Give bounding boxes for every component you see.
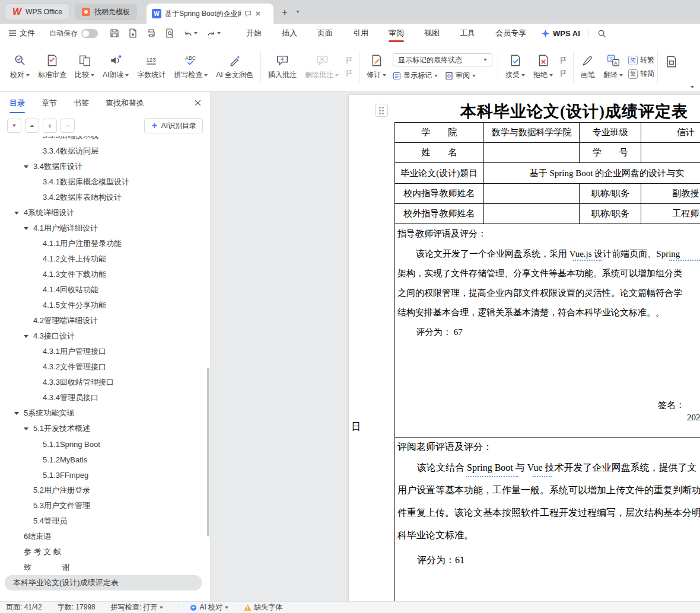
sidebar-tab[interactable]: 章节	[42, 98, 57, 110]
document-page[interactable]: 本科毕业论文(设计)成绩评定表 学 院 数学与数据科学学院 专业班级 信计 姓 …	[349, 95, 700, 601]
expand-all-button[interactable]	[7, 119, 21, 133]
toc-expand-triangle[interactable]	[24, 227, 33, 230]
toc-item[interactable]: 5.1.1Spring Boot	[0, 436, 205, 452]
table-cell-label[interactable]: 校内指导教师姓名	[395, 184, 484, 204]
advisor-comment-cell[interactable]: 指导教师评语及评分： 该论文开发了一个企业网盘系统，采用 Vue.js 设计前端…	[395, 224, 700, 438]
toc-item[interactable]: 6结束语	[0, 529, 205, 544]
toc-item[interactable]: 参 考 文 献	[0, 544, 205, 560]
autosave-toggle[interactable]	[81, 29, 98, 38]
toc-item[interactable]: 5.2用户注册登录	[0, 483, 205, 498]
previous-revision-icon[interactable]	[559, 56, 568, 65]
toc-item[interactable]: 4.2管理端详细设计	[0, 313, 205, 328]
toc-expand-triangle[interactable]	[14, 212, 24, 215]
to-simplified-button[interactable]: 繁 转简	[628, 69, 654, 79]
insert-comment-button[interactable]: 插入批注	[264, 53, 301, 81]
toc-item[interactable]: 4.3接口设计	[0, 328, 205, 344]
ribbon-collapse-caret[interactable]	[691, 86, 694, 88]
delete-comment-button[interactable]: 删除批注	[301, 53, 343, 81]
file-menu[interactable]: 文件	[8, 28, 35, 39]
table-cell-label[interactable]: 职称/职务	[580, 184, 641, 204]
toc-item[interactable]: 4系统详细设计	[0, 205, 205, 221]
toc-item[interactable]: 4.1.5文件分享功能	[0, 298, 205, 313]
next-revision-icon[interactable]	[559, 69, 568, 78]
print-button[interactable]	[147, 28, 156, 38]
table-cell-label[interactable]: 毕业论文(设计)题目	[395, 163, 484, 184]
toc-expand-triangle[interactable]	[24, 335, 33, 338]
table-cell-value[interactable]	[484, 204, 580, 224]
new-tab-button[interactable]: +	[282, 7, 288, 17]
reject-button[interactable]: 拒绝	[529, 53, 557, 81]
toc-item[interactable]: 3.4.2数据库表结构设计	[0, 190, 205, 205]
table-cell-value[interactable]: 数学与数据科学学院	[484, 123, 580, 143]
sidebar-tab[interactable]: 书签	[74, 98, 89, 110]
menu-item[interactable]: 审阅	[378, 24, 414, 43]
wps-ai-menu[interactable]: WPS AI	[541, 29, 580, 38]
toc-item[interactable]: 4.1.2文件上传功能	[0, 251, 205, 267]
undo-button[interactable]	[183, 28, 198, 38]
table-cell-label[interactable]: 专业班级	[580, 123, 641, 143]
clipped-ribbon-button[interactable]	[661, 54, 682, 81]
toc-item[interactable]: 4.3.4管理员接口	[0, 390, 205, 406]
ai-proofread-status[interactable]: AI 校对	[190, 602, 228, 612]
table-cell-value[interactable]	[641, 143, 700, 163]
page-indicator[interactable]: 页面: 41/42	[6, 602, 42, 612]
toc-item[interactable]: 4.1.3文件下载功能	[0, 267, 205, 282]
review-pane-button[interactable]: 审阅	[445, 71, 476, 81]
next-comment-icon[interactable]	[345, 69, 354, 78]
sidebar-tab[interactable]: 查找和替换	[106, 98, 144, 110]
table-cell-value[interactable]: 副教授	[641, 184, 700, 204]
word-count-button[interactable]: 123 字数统计	[133, 53, 170, 81]
table-cell-value[interactable]	[484, 184, 580, 204]
table-cell-label[interactable]: 职称/职务	[580, 204, 641, 224]
toc-item[interactable]: 5.3用户文件管理	[0, 498, 205, 513]
table-cell-label[interactable]: 姓 名	[395, 143, 484, 163]
to-traditional-button[interactable]: 简 转繁	[628, 55, 654, 65]
track-changes-button[interactable]: 修订	[362, 53, 390, 81]
zoom-out-outline-button[interactable]: −	[61, 119, 75, 133]
toc-expand-triangle[interactable]	[24, 165, 33, 168]
table-cell-value[interactable]: 基于 Spring Boot 的企业网盘的设计与实	[484, 163, 700, 184]
toc-item[interactable]: 5系统功能实现	[0, 406, 205, 421]
docer-template-tab[interactable]: 找稻壳模板	[75, 4, 137, 20]
tab-list-caret[interactable]	[296, 11, 300, 13]
toc-item[interactable]: 4.3.2文件管理接口	[0, 359, 205, 375]
table-cell-value[interactable]: 工程师	[641, 204, 700, 224]
markup-state-combobox[interactable]: 显示标记的最终状态	[393, 53, 492, 66]
menu-item[interactable]: 插入	[272, 24, 307, 43]
proofread-button[interactable]: 校对	[6, 53, 34, 81]
toc-item[interactable]: 5.1开发技术概述	[0, 421, 205, 436]
home-tab[interactable]: W WPS Office	[5, 4, 70, 20]
table-cell-value[interactable]	[484, 143, 580, 163]
toc-expand-triangle[interactable]	[24, 427, 33, 430]
toc-expand-triangle[interactable]	[14, 412, 24, 415]
menu-item[interactable]: 页面	[307, 24, 343, 43]
toc-item[interactable]: 4.1.4回收站功能	[0, 282, 205, 298]
standard-review-button[interactable]: 标准审查	[34, 53, 71, 81]
toc-item[interactable]: 4.1用户端详细设计	[0, 221, 205, 236]
export-pdf-button[interactable]	[128, 28, 138, 38]
sidebar-close-icon[interactable]	[194, 99, 202, 107]
toc-item[interactable]: 本科毕业论文(设计)成绩评定表	[5, 575, 202, 590]
toc-item[interactable]: 4.3.1用户管理接口	[0, 344, 205, 359]
toc-item[interactable]: 3.3.3后端技术栈	[0, 136, 205, 143]
word-count-indicator[interactable]: 字数: 17998	[58, 602, 96, 612]
redo-caret[interactable]	[217, 32, 221, 34]
toc-item[interactable]: 致 谢	[0, 560, 205, 575]
menu-item[interactable]: 视图	[414, 24, 450, 43]
ai-read-button[interactable]: AI朗读	[98, 53, 133, 81]
compare-button[interactable]: 比较	[71, 53, 98, 81]
spell-check-button[interactable]: ABC 拼写检查	[170, 53, 212, 81]
toc-item[interactable]: 3.4数据库设计	[0, 159, 205, 174]
collapse-all-button[interactable]	[25, 119, 39, 133]
sidebar-tab[interactable]: 目录	[9, 98, 25, 110]
ai-recognize-toc-button[interactable]: AI识别目录	[144, 118, 203, 133]
reviewer-comment-cell[interactable]: 评阅老师评语及评分： 该论文结合 Spring Boot 与 Vue 技术开发了…	[395, 438, 700, 601]
previous-comment-icon[interactable]	[345, 56, 354, 65]
zoom-in-outline-button[interactable]: +	[43, 119, 57, 133]
toc-item[interactable]: 5.1.3FFmpeg	[0, 467, 205, 483]
toc-item[interactable]: 3.4.1数据库概念模型设计	[0, 174, 205, 190]
search-icon[interactable]	[597, 29, 606, 38]
sidebar-scrollbar-thumb[interactable]	[207, 368, 209, 537]
menu-item[interactable]: 引用	[343, 24, 378, 43]
translate-button[interactable]: 文A 翻译	[599, 53, 627, 81]
